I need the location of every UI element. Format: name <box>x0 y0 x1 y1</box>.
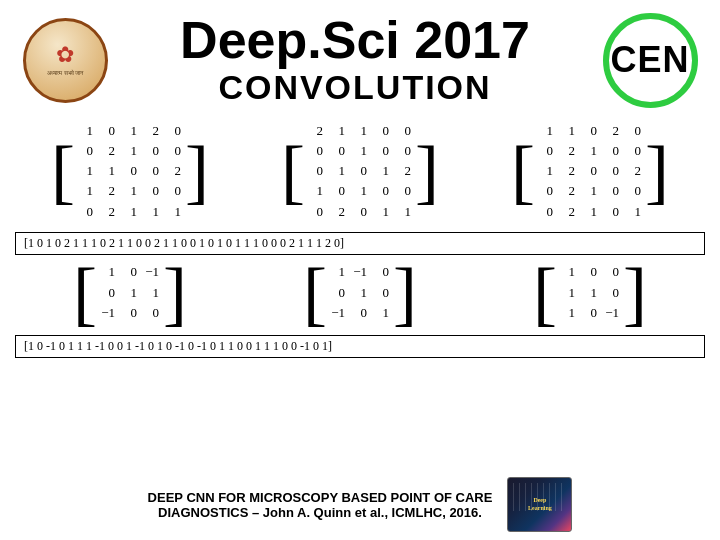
matrix-row: 10100 <box>309 181 411 201</box>
matrix-row: 00100 <box>309 141 411 161</box>
bracket-right-k1: ] <box>163 257 187 329</box>
cen-text: CEN <box>610 39 689 81</box>
kernel-1-bracket: [ 10−1 011 −100 ] <box>73 257 187 329</box>
logo-circle: ✿ अध्यात्म सभवे जान <box>23 18 108 103</box>
bracket-left-k1: [ <box>73 257 97 329</box>
matrix-row: 02100 <box>539 141 641 161</box>
footer: DEEP CNN FOR MICROSCOPY BASED POINT OF C… <box>0 477 720 532</box>
row-vector-top: [1 0 1 0 2 1 1 1 0 2 1 1 0 0 2 1 1 0 0 1… <box>15 232 705 255</box>
matrix-3-content: 11020 02100 12002 02100 02101 <box>535 119 645 224</box>
matrix-row: 02100 <box>79 141 181 161</box>
bracket-right-1: ] <box>185 135 209 207</box>
matrix-row: −101 <box>331 303 389 323</box>
matrix-2-content: 21100 00100 01012 10100 02011 <box>305 119 415 224</box>
row-vector-top-text: [1 0 1 0 2 1 1 1 0 2 1 1 0 0 2 1 1 0 0 1… <box>24 236 344 251</box>
matrix-row: 11020 <box>539 121 641 141</box>
logo-text: अध्यात्म सभवे जान <box>45 70 85 77</box>
matrix-row: 100 <box>561 262 619 282</box>
matrix-1-content: 10120 02100 11002 12100 02111 <box>75 119 185 224</box>
kernel-1: [ 10−1 011 −100 ] <box>73 257 187 329</box>
footer-line1: DEEP CNN FOR MICROSCOPY BASED POINT OF C… <box>148 490 493 505</box>
bracket-left-2: [ <box>281 135 305 207</box>
matrix-row: 11002 <box>79 161 181 181</box>
book-label: DeepLearning <box>528 497 552 513</box>
row-vector-bottom-text: [1 0 -1 0 1 1 1 -1 0 0 1 -1 0 1 0 -1 0 -… <box>24 339 332 354</box>
kernel-3-bracket: [ 100 110 10−1 ] <box>533 257 647 329</box>
kernel-1-content: 10−1 011 −100 <box>97 260 163 324</box>
title-area: Deep.Sci 2017 CONVOLUTION <box>110 13 600 107</box>
footer-text-block: DEEP CNN FOR MICROSCOPY BASED POINT OF C… <box>148 490 493 520</box>
iisc-logo: ✿ अध्यात्म सभवे जान <box>20 15 110 105</box>
main-title: Deep.Sci 2017 <box>120 13 590 68</box>
bracket-right-2: ] <box>415 135 439 207</box>
matrix-row: 02100 <box>539 181 641 201</box>
kernel-3: [ 100 110 10−1 ] <box>533 257 647 329</box>
top-matrices-row: [ 10120 02100 11002 12100 02111 <box>15 119 705 224</box>
matrix-row: 12100 <box>79 181 181 201</box>
matrix-row: 02011 <box>309 202 411 222</box>
matrix-row: 01012 <box>309 161 411 181</box>
bracket-left-k2: [ <box>303 257 327 329</box>
matrix-row: 21100 <box>309 121 411 141</box>
kernels-section: [ 10−1 011 −100 ] [ <box>0 257 720 333</box>
matrix-row: 011 <box>101 283 159 303</box>
matrix-2-bracket: [ 21100 00100 01012 10100 02011 <box>281 119 439 224</box>
top-matrices-section: [ 10120 02100 11002 12100 02111 <box>0 115 720 230</box>
matrix-row: 10−1 <box>561 303 619 323</box>
footer-line2: DIAGNOSTICS – John A. Quinn et al., ICML… <box>148 505 493 520</box>
matrix-row: −100 <box>101 303 159 323</box>
matrix-row: 02101 <box>539 202 641 222</box>
kernel-2-bracket: [ 1−10 010 −101 ] <box>303 257 417 329</box>
kernel-2-content: 1−10 010 −101 <box>327 260 393 324</box>
kernels-row: [ 10−1 011 −100 ] [ <box>15 257 705 329</box>
matrix-row: 12002 <box>539 161 641 181</box>
matrix-row: 010 <box>331 283 389 303</box>
matrix-row: 1−10 <box>331 262 389 282</box>
kernel-2: [ 1−10 010 −101 ] <box>303 257 417 329</box>
matrix-1: [ 10120 02100 11002 12100 02111 <box>51 119 209 224</box>
matrix-row: 110 <box>561 283 619 303</box>
kernel-3-content: 100 110 10−1 <box>557 260 623 324</box>
bracket-right-3: ] <box>645 135 669 207</box>
lotus-icon: ✿ <box>56 42 74 68</box>
subtitle: CONVOLUTION <box>120 68 590 107</box>
cen-logo: CEN <box>600 10 700 110</box>
bracket-left-1: [ <box>51 135 75 207</box>
matrix-2: [ 21100 00100 01012 10100 02011 <box>281 119 439 224</box>
bracket-left-3: [ <box>511 135 535 207</box>
row-vector-bottom: [1 0 -1 0 1 1 1 -1 0 0 1 -1 0 1 0 -1 0 -… <box>15 335 705 358</box>
bracket-right-k2: ] <box>393 257 417 329</box>
matrix-3-bracket: [ 11020 02100 12002 02100 02101 <box>511 119 669 224</box>
bracket-right-k3: ] <box>623 257 647 329</box>
bracket-left-k3: [ <box>533 257 557 329</box>
matrix-row: 02111 <box>79 202 181 222</box>
header: ✿ अध्यात्म सभवे जान Deep.Sci 2017 CONVOL… <box>0 0 720 115</box>
matrix-1-bracket: [ 10120 02100 11002 12100 02111 <box>51 119 209 224</box>
matrix-row: 10−1 <box>101 262 159 282</box>
cen-circle: CEN <box>603 13 698 108</box>
matrix-3: [ 11020 02100 12002 02100 02101 <box>511 119 669 224</box>
deep-learning-thumbnail: DeepLearning <box>507 477 572 532</box>
matrix-row: 10120 <box>79 121 181 141</box>
